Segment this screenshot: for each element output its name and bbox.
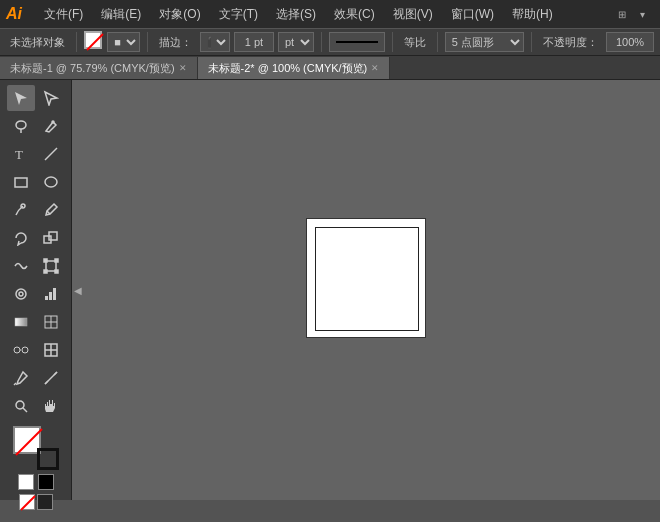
chart-tool[interactable]	[37, 281, 65, 307]
black-swatch[interactable]	[38, 474, 54, 490]
svg-rect-20	[49, 292, 52, 300]
white-swatch[interactable]	[18, 474, 34, 490]
divider4	[392, 32, 393, 52]
svg-rect-13	[44, 259, 47, 262]
menu-help[interactable]: 帮助(H)	[504, 4, 561, 25]
canvas-document	[306, 218, 426, 338]
direct-select-tool[interactable]	[37, 85, 65, 111]
menu-window[interactable]: 窗口(W)	[443, 4, 502, 25]
svg-line-9	[47, 211, 50, 214]
divider3	[321, 32, 322, 52]
symbol-tool[interactable]	[7, 281, 35, 307]
rotate-tool[interactable]	[7, 225, 35, 251]
svg-rect-14	[55, 259, 58, 262]
pen-tool[interactable]	[37, 113, 65, 139]
ellipse-tool[interactable]	[37, 169, 65, 195]
eyedropper-tool[interactable]	[7, 365, 35, 391]
svg-line-39	[21, 496, 35, 510]
tab-2[interactable]: 未标题-2* @ 100% (CMYK/预览) ✕	[198, 57, 391, 79]
opacity-input[interactable]	[606, 32, 654, 52]
free-transform-tool[interactable]	[37, 253, 65, 279]
line-tool[interactable]	[37, 141, 65, 167]
menu-edit[interactable]: 编辑(E)	[93, 4, 149, 25]
svg-line-5	[45, 148, 57, 160]
menu-type[interactable]: 文字(T)	[211, 4, 266, 25]
no-color-swatch[interactable]	[19, 494, 35, 510]
svg-line-0	[87, 34, 103, 50]
tabs-bar: 未标题-1 @ 75.79% (CMYK/预览) ✕ 未标题-2* @ 100%…	[0, 56, 660, 80]
tool-row-9	[0, 308, 71, 336]
tab-2-label: 未标题-2* @ 100% (CMYK/预览)	[208, 61, 368, 76]
fill-stroke-indicator[interactable]	[84, 31, 103, 53]
measure-tool[interactable]	[37, 365, 65, 391]
svg-rect-19	[45, 296, 48, 300]
menu-effect[interactable]: 效果(C)	[326, 4, 383, 25]
menu-file[interactable]: 文件(F)	[36, 4, 91, 25]
tool-row-1	[0, 84, 71, 112]
tab-1[interactable]: 未标题-1 @ 75.79% (CMYK/预览) ✕	[0, 57, 198, 79]
tab-1-close[interactable]: ✕	[179, 63, 187, 73]
tool-row-5	[0, 196, 71, 224]
selection-tool[interactable]	[7, 85, 35, 111]
left-toolbar: T	[0, 80, 72, 500]
pt-unit-select[interactable]: pt	[278, 32, 314, 52]
collapse-arrow[interactable]: ◀	[74, 285, 82, 296]
scale-tool[interactable]	[37, 225, 65, 251]
tool-row-6	[0, 224, 71, 252]
type-tool[interactable]: T	[7, 141, 35, 167]
brush-type-select[interactable]: 5 点圆形	[445, 32, 525, 52]
stroke-box[interactable]	[37, 448, 59, 470]
pencil-tool[interactable]	[37, 197, 65, 223]
tab-2-close[interactable]: ✕	[371, 63, 379, 73]
mesh-tool[interactable]	[37, 309, 65, 335]
svg-rect-6	[15, 178, 27, 187]
slice-tool[interactable]	[37, 337, 65, 363]
divider5	[437, 32, 438, 52]
stroke-line-preview[interactable]	[329, 32, 385, 52]
svg-line-35	[54, 372, 57, 375]
warp-tool[interactable]	[7, 253, 35, 279]
stroke-width-input[interactable]	[234, 32, 274, 52]
black-fill-swatch[interactable]	[37, 494, 53, 510]
svg-point-1	[16, 121, 26, 129]
title-bar: Ai 文件(F) 编辑(E) 对象(O) 文字(T) 选择(S) 效果(C) 视…	[0, 0, 660, 28]
no-color-slash	[20, 495, 36, 511]
menu-select[interactable]: 选择(S)	[268, 4, 324, 25]
hand-tool[interactable]	[37, 393, 65, 419]
color-area	[0, 420, 71, 516]
brush-tool[interactable]	[7, 197, 35, 223]
divider6	[531, 32, 532, 52]
gradient-tool[interactable]	[7, 309, 35, 335]
stroke-align-select[interactable]: ⬛	[200, 32, 230, 52]
svg-point-3	[52, 121, 54, 123]
divider2	[147, 32, 148, 52]
tool-row-10	[0, 336, 71, 364]
lasso-tool[interactable]	[7, 113, 35, 139]
expand-btn[interactable]: ▾	[634, 7, 650, 21]
svg-text:T: T	[15, 147, 23, 162]
blend-tool[interactable]	[7, 337, 35, 363]
svg-line-34	[45, 381, 48, 384]
svg-point-26	[14, 347, 20, 353]
stroke-type-select[interactable]: ■	[107, 32, 140, 52]
drawn-rectangle[interactable]	[315, 227, 419, 331]
svg-point-7	[45, 177, 57, 187]
menu-object[interactable]: 对象(O)	[151, 4, 208, 25]
tool-row-7	[0, 252, 71, 280]
canvas-area: ◀	[72, 80, 660, 500]
no-selection-label: 未选择对象	[6, 33, 69, 52]
tool-row-12	[0, 392, 71, 420]
menu-view[interactable]: 视图(V)	[385, 4, 441, 25]
rect-tool[interactable]	[7, 169, 35, 195]
color-swap-row2	[19, 494, 53, 510]
zoom-tool[interactable]	[7, 393, 35, 419]
main-area: T	[0, 80, 660, 500]
opacity-label: 不透明度：	[539, 33, 602, 52]
tool-row-8	[0, 280, 71, 308]
divider1	[76, 32, 77, 52]
tab-1-label: 未标题-1 @ 75.79% (CMYK/预览)	[10, 61, 175, 76]
svg-point-18	[19, 292, 23, 296]
stroke-line	[336, 41, 378, 43]
grid-view-btn[interactable]: ⊞	[614, 7, 630, 21]
svg-point-27	[22, 347, 28, 353]
